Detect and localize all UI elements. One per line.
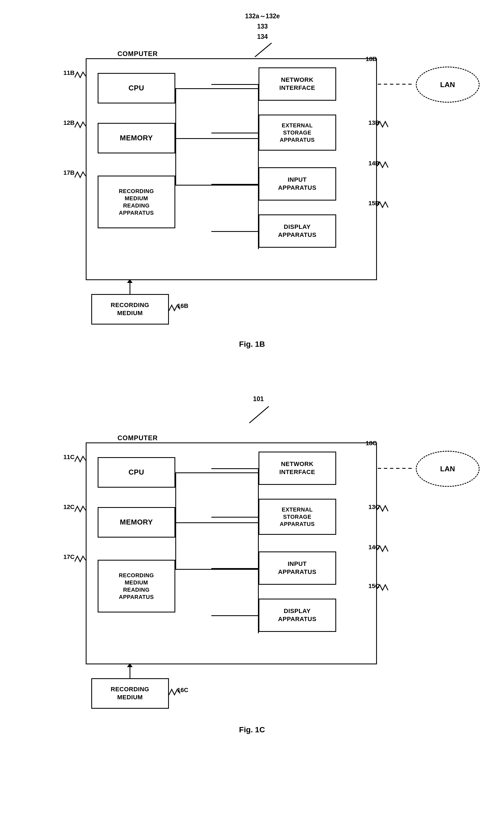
zz-14c (377, 545, 391, 553)
ref-18b: 18B (366, 55, 377, 63)
cpu-box-1c: CPU (98, 457, 175, 487)
ref-17b: 17B (64, 169, 75, 176)
fig1c-section: 101 COMPUTER CPU MEMORY RECORDING MEDIUM… (58, 394, 446, 741)
zz-11b (75, 71, 89, 79)
da-hline-1b (211, 231, 259, 232)
recording-reader-box-1b: RECORDING MEDIUM READING APPARATUS (98, 175, 175, 228)
computer-label-1c: COMPUTER (118, 434, 158, 442)
zz-13c (377, 504, 391, 513)
title-arrow-1b (238, 42, 294, 58)
fig1c-title: 101 (253, 394, 264, 404)
input-apparatus-box-1b: INPUT APPARATUS (259, 167, 336, 200)
ref-18c: 18C (366, 440, 377, 447)
recording-reader-box-1c: RECORDING MEDIUM READING APPARATUS (98, 560, 175, 613)
zz-17b (75, 171, 89, 179)
ni-dashed-line-1c (378, 468, 414, 469)
fig1b-title: 132a～132e 133 134 (245, 11, 280, 42)
fig1c-caption: Fig. 1C (58, 725, 446, 734)
right-vbus-1c (258, 468, 259, 633)
network-interface-box-1b: NETWORK INTERFACE (259, 67, 336, 101)
left-vbus-1c (175, 472, 176, 569)
computer-box-1b: CPU MEMORY RECORDING MEDIUM READING APPA… (86, 58, 377, 280)
rm-vline-1c (129, 666, 130, 679)
zz-11c (75, 455, 89, 463)
right-vbus-1b (258, 84, 259, 249)
zz-17c (75, 555, 89, 563)
external-storage-box-1c: EXTERNAL STORAGE APPARATUS (259, 499, 336, 535)
cpu-box-1b: CPU (98, 73, 175, 103)
zz-16c (169, 688, 183, 696)
ni-hline-1c (211, 468, 259, 469)
network-interface-box-1c: NETWORK INTERFACE (259, 452, 336, 485)
fig1b-section: 132a～132e 133 134 COMPUTER CPU MEMORY RE… (58, 11, 446, 344)
cpu-hline-1b (175, 88, 259, 89)
fig1b-caption: Fig. 1B (58, 340, 446, 349)
page-container: 132a～132e 133 134 COMPUTER CPU MEMORY RE… (0, 0, 504, 768)
lan-oval-1c: LAN (416, 451, 480, 487)
recording-medium-box-1c: RECORDING MEDIUM (91, 678, 169, 709)
ref-17c: 17C (64, 553, 75, 561)
es-hline-1c (211, 517, 259, 518)
reader-hline-1b (175, 185, 259, 186)
recording-medium-box-1b: RECORDING MEDIUM (91, 294, 169, 325)
rm-arrow-1b (127, 279, 133, 283)
left-vbus-1b (175, 88, 176, 185)
reader-hline-1c (175, 569, 259, 570)
es-hline-1b (211, 133, 259, 134)
ia-hline-1c (211, 568, 259, 569)
computer-box-1c: CPU MEMORY RECORDING MEDIUM READING APPA… (86, 443, 377, 664)
zz-12c (75, 505, 89, 513)
svg-line-1 (249, 406, 269, 423)
cpu-hline-1c (175, 472, 259, 473)
memory-box-1c: MEMORY (98, 507, 175, 538)
zz-15b (377, 200, 391, 209)
svg-line-0 (255, 43, 271, 57)
ref-12c: 12C (64, 503, 75, 511)
zz-16b (169, 304, 183, 312)
zz-15c (377, 584, 391, 592)
ia-hline-1b (211, 184, 259, 185)
zz-13b (377, 120, 391, 128)
title-arrow-1c (233, 405, 288, 424)
ref-11c: 11C (64, 454, 75, 461)
display-apparatus-box-1c: DISPLAY APPARATUS (259, 599, 336, 632)
lan-oval-1b: LAN (416, 67, 480, 103)
mem-hline-1b (175, 138, 259, 139)
input-apparatus-box-1c: INPUT APPARATUS (259, 551, 336, 585)
ref-12b: 12B (64, 119, 75, 126)
external-storage-box-1b: EXTERNAL STORAGE APPARATUS (259, 115, 336, 151)
computer-label-1b: COMPUTER (118, 50, 158, 58)
ni-dashed-line-1b (378, 84, 414, 85)
da-hline-1c (211, 615, 259, 616)
ref-11b: 11B (64, 69, 75, 76)
memory-box-1b: MEMORY (98, 123, 175, 153)
zz-14b (377, 161, 391, 169)
mem-hline-1c (175, 522, 259, 523)
rm-vline-1b (129, 282, 130, 295)
ni-hline-1b (211, 84, 259, 85)
rm-arrow-1c (127, 663, 133, 667)
zz-12b (75, 121, 89, 129)
display-apparatus-box-1b: DISPLAY APPARATUS (259, 214, 336, 248)
